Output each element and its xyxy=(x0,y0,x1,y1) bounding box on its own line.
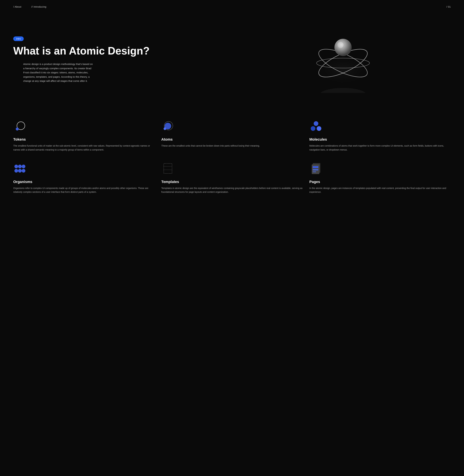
nav-page-num: / 01 xyxy=(446,5,451,8)
svg-point-19 xyxy=(18,169,22,172)
template-icon xyxy=(161,162,174,175)
svg-point-11 xyxy=(164,127,166,130)
nav-introducing: // Introducing xyxy=(31,5,46,8)
hero-title: What is an Atomic Design? xyxy=(13,45,229,57)
pages-icon xyxy=(309,162,323,175)
hero-section: intro What is an Atomic Design? Atomic d… xyxy=(0,13,464,109)
svg-point-15 xyxy=(14,165,18,168)
svg-point-18 xyxy=(14,169,18,172)
feature-card-atoms: Atoms These are the smallest units that … xyxy=(161,119,303,152)
svg-rect-21 xyxy=(164,163,172,173)
pages-desc: In the atomic design, pages are instance… xyxy=(309,186,451,194)
svg-rect-27 xyxy=(313,169,318,171)
tokens-title: Tokens xyxy=(13,137,155,142)
feature-card-tokens: Tokens The smallest functional units of … xyxy=(13,119,155,152)
feature-card-molecules: Molecules Molecules are combinations of … xyxy=(309,119,451,152)
svg-point-8 xyxy=(16,128,19,131)
svg-point-20 xyxy=(22,169,25,172)
templates-title: Templates xyxy=(161,180,303,184)
tokens-desc: The smallest functional units of matter … xyxy=(13,144,155,152)
svg-point-16 xyxy=(18,165,22,168)
svg-point-12 xyxy=(314,121,318,126)
svg-point-17 xyxy=(22,165,25,168)
svg-point-6 xyxy=(320,88,366,93)
svg-point-13 xyxy=(311,126,315,131)
feature-card-organisms: Organisms Organisms refer to complex UI … xyxy=(13,162,155,194)
templates-desc: Templates in atomic design are the equiv… xyxy=(161,186,303,194)
svg-rect-28 xyxy=(313,171,316,172)
atoms-title: Atoms xyxy=(161,137,303,142)
hero-description: Atomic design is a product design method… xyxy=(13,62,95,83)
features-grid: Tokens The smallest functional units of … xyxy=(0,109,464,207)
molecule-icon xyxy=(309,119,323,133)
svg-point-4 xyxy=(334,39,352,56)
token-icon xyxy=(13,119,27,133)
hero-left: intro What is an Atomic Design? Atomic d… xyxy=(13,33,229,83)
nav-bar: / About // Introducing / 01 xyxy=(0,0,464,13)
nav-about: / About xyxy=(13,5,21,8)
atom-svg xyxy=(308,23,378,93)
molecules-desc: Molecules are combinations of atoms that… xyxy=(309,144,451,152)
hero-illustration xyxy=(235,20,451,96)
svg-point-5 xyxy=(338,42,344,48)
feature-card-templates: Templates Templates in atomic design are… xyxy=(161,162,303,194)
intro-badge: intro xyxy=(13,37,24,41)
svg-point-14 xyxy=(317,126,321,131)
molecules-title: Molecules xyxy=(309,137,451,142)
organism-icon xyxy=(13,162,27,175)
svg-rect-26 xyxy=(313,166,318,168)
feature-card-pages: Pages In the atomic design, pages are in… xyxy=(309,162,451,194)
pages-title: Pages xyxy=(309,180,451,184)
atoms-desc: These are the smallest units that cannot… xyxy=(161,144,303,148)
nav-left: / About // Introducing xyxy=(13,5,46,8)
organisms-desc: Organisms refer to complex UI components… xyxy=(13,186,155,194)
atom-card-icon xyxy=(161,119,174,133)
organisms-title: Organisms xyxy=(13,180,155,184)
